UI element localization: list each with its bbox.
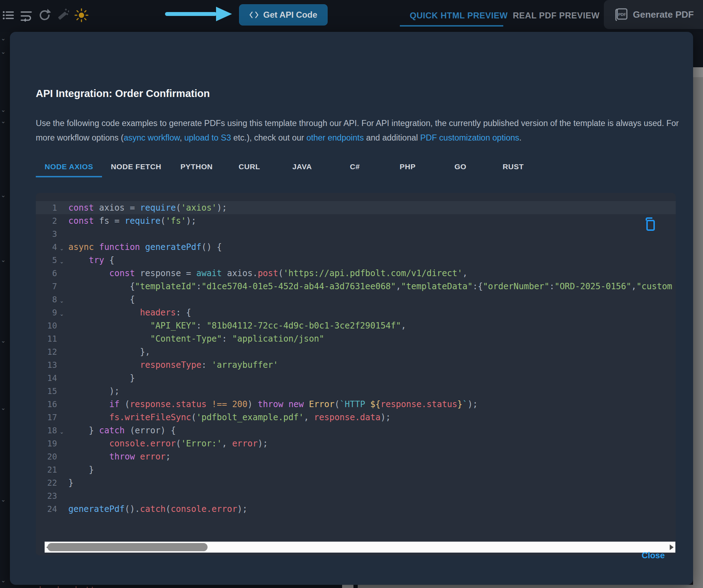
code-text: } bbox=[68, 465, 94, 475]
word-wrap-icon[interactable] bbox=[19, 7, 33, 23]
line-number: 11 bbox=[45, 334, 57, 343]
modal-title: API Integration: Order Confirmation bbox=[36, 88, 210, 99]
code-line-11: 11 "Content-Type": "application/json" bbox=[36, 332, 676, 345]
list-icon[interactable] bbox=[1, 7, 16, 23]
code-line-16: 16 if (response.status !== 200) throw ne… bbox=[36, 398, 676, 411]
code-line-2: 2const fs = require('fs'); bbox=[36, 214, 676, 227]
code-line-24: 24generatePdf().catch(console.error); bbox=[36, 502, 676, 515]
code-text: }, bbox=[68, 347, 150, 357]
horizontal-scrollbar-thumb[interactable] bbox=[47, 543, 208, 551]
code-line-6: 6 const response = await axios.post('htt… bbox=[36, 267, 676, 280]
code-text: console.error('Error:', error); bbox=[68, 439, 268, 449]
code-text: "API_KEY": "81b04112-72cc-4d9c-b0c1-3ce2… bbox=[68, 321, 406, 331]
line-number: 4 bbox=[45, 242, 57, 252]
code-text: const response = await axios.post('https… bbox=[68, 268, 467, 278]
language-tabs: NODE AXIOSNODE FETCHPYTHONCURLJAVAC#PHPG… bbox=[36, 158, 540, 177]
line-number: 10 bbox=[45, 321, 57, 330]
line-number: 7 bbox=[45, 282, 57, 291]
code-text: fs.writeFileSync('pdfbolt_example.pdf', … bbox=[68, 412, 391, 422]
background-code-snippet: border-bottom: none; bbox=[39, 585, 141, 588]
background-scrollbar-thumb bbox=[342, 585, 353, 588]
annotation-arrow-icon bbox=[165, 6, 232, 24]
magic-wand-icon[interactable] bbox=[55, 7, 69, 23]
fold-chevron-icon[interactable]: ⌄ bbox=[57, 298, 68, 304]
line-number: 17 bbox=[45, 413, 57, 422]
background-fold-chevron-icon: ⌄ bbox=[1, 496, 6, 503]
lang-tab-node-fetch[interactable]: NODE FETCH bbox=[102, 158, 170, 177]
background-fold-chevron-icon: ⌄ bbox=[1, 192, 6, 199]
code-text: { bbox=[68, 295, 135, 304]
background-scrollbar-band bbox=[693, 67, 703, 77]
get-api-code-button[interactable]: Get API Code bbox=[239, 4, 328, 25]
line-number: 21 bbox=[45, 465, 57, 474]
description-link[interactable]: async workflow bbox=[124, 133, 180, 142]
line-number: 2 bbox=[45, 216, 57, 226]
code-line-17: 17 fs.writeFileSync('pdfbolt_example.pdf… bbox=[36, 411, 676, 424]
line-number: 19 bbox=[45, 439, 57, 448]
code-text: } bbox=[68, 373, 135, 383]
code-text: headers: { bbox=[68, 308, 191, 318]
code-line-21: 21 } bbox=[36, 463, 676, 476]
line-number: 8 bbox=[45, 295, 57, 304]
lang-tab-java[interactable]: JAVA bbox=[276, 158, 329, 177]
background-fold-chevron-icon: ⌄ bbox=[1, 256, 6, 263]
pdf-file-icon: PDF bbox=[613, 8, 628, 21]
modal-description: Use the following code examples to gener… bbox=[36, 116, 687, 145]
fold-chevron-icon[interactable]: ⌄ bbox=[57, 245, 68, 252]
api-integration-modal: API Integration: Order Confirmation Use … bbox=[10, 32, 693, 585]
refresh-icon[interactable] bbox=[38, 7, 52, 23]
description-text: etc.), check out our bbox=[231, 133, 306, 142]
fold-chevron-icon[interactable]: ⌄ bbox=[57, 429, 68, 435]
lang-tab-rust[interactable]: RUST bbox=[487, 158, 540, 177]
lang-tab-go[interactable]: GO bbox=[434, 158, 487, 177]
lang-tab-node-axios[interactable]: NODE AXIOS bbox=[36, 158, 102, 177]
code-line-23: 23 bbox=[36, 489, 676, 502]
description-link[interactable]: PDF customization options bbox=[420, 133, 520, 142]
lang-tab-c-[interactable]: C# bbox=[329, 158, 381, 177]
tab-real-pdf-preview[interactable]: REAL PDF PREVIEW bbox=[513, 11, 600, 21]
copy-code-icon[interactable] bbox=[644, 217, 656, 233]
background-page-scrollbar[interactable] bbox=[693, 77, 703, 588]
lang-tab-curl[interactable]: CURL bbox=[223, 158, 276, 177]
line-number: 5 bbox=[45, 256, 57, 265]
code-text: if (response.status !== 200) throw new E… bbox=[68, 399, 478, 409]
horizontal-scrollbar[interactable] bbox=[45, 542, 675, 553]
code-line-18: 18⌄ } catch (error) { bbox=[36, 424, 676, 437]
code-text: const fs = require('fs'); bbox=[68, 216, 196, 226]
line-number: 18 bbox=[45, 426, 57, 435]
code-text: responseType: 'arraybuffer' bbox=[68, 360, 278, 370]
code-line-10: 10 "API_KEY": "81b04112-72cc-4d9c-b0c1-3… bbox=[36, 319, 676, 332]
code-line-4: 4⌄async function generatePdf() { bbox=[36, 240, 676, 253]
line-number: 14 bbox=[45, 373, 57, 383]
description-link[interactable]: other endpoints bbox=[306, 133, 364, 142]
code-line-15: 15 ); bbox=[36, 384, 676, 398]
code-text: } bbox=[68, 478, 73, 488]
code-line-13: 13 responseType: 'arraybuffer' bbox=[36, 358, 676, 371]
brightness-icon[interactable] bbox=[74, 7, 89, 23]
line-number: 20 bbox=[45, 452, 57, 461]
fold-chevron-icon[interactable]: ⌄ bbox=[57, 311, 68, 317]
code-line-5: 5⌄ try { bbox=[36, 253, 676, 267]
code-line-7: 7 {"templateId":"d1ce5704-01e5-452d-ab44… bbox=[36, 280, 676, 293]
description-link[interactable]: upload to S3 bbox=[184, 133, 231, 142]
close-button[interactable]: Close bbox=[642, 550, 665, 560]
code-text: {"templateId":"d1ce5704-01e5-452d-ab44-a… bbox=[68, 281, 672, 291]
top-toolbar: Get API Code QUICK HTML PREVIEW REAL PDF… bbox=[0, 0, 703, 32]
line-number: 6 bbox=[45, 269, 57, 278]
generate-pdf-button[interactable]: PDF Generate PDF bbox=[604, 0, 703, 29]
lang-tab-php[interactable]: PHP bbox=[381, 158, 434, 177]
background-fold-chevron-icon: ⌄ bbox=[1, 404, 6, 411]
code-line-14: 14 } bbox=[36, 371, 676, 384]
scroll-right-arrow-icon[interactable] bbox=[670, 544, 674, 550]
code-line-19: 19 console.error('Error:', error); bbox=[36, 437, 676, 450]
description-text: and additional bbox=[364, 133, 420, 142]
lang-tab-python[interactable]: PYTHON bbox=[170, 158, 223, 177]
tab-quick-html-preview[interactable]: QUICK HTML PREVIEW bbox=[410, 11, 508, 21]
line-number: 15 bbox=[45, 387, 57, 396]
fold-chevron-icon[interactable]: ⌄ bbox=[57, 258, 68, 265]
description-text: . bbox=[519, 133, 522, 142]
code-text: ); bbox=[68, 386, 120, 396]
line-number: 13 bbox=[45, 360, 57, 370]
code-line-3: 3 bbox=[36, 227, 676, 240]
background-fold-chevron-icon: ⌄ bbox=[1, 106, 6, 113]
